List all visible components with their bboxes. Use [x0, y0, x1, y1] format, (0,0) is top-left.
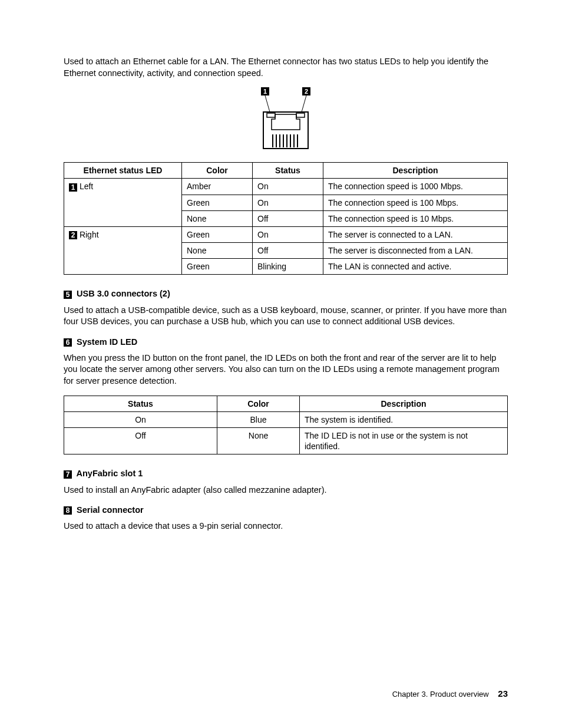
- document-page: Used to attach an Ethernet cable for a L…: [0, 0, 562, 728]
- color-cell: None: [182, 210, 253, 226]
- status-cell: On: [253, 179, 323, 195]
- led-position-label: Right: [80, 230, 99, 239]
- section-title: USB 3.0 connectors (2): [77, 289, 170, 298]
- section-body: When you press the ID button on the fron…: [64, 353, 508, 387]
- status-cell: Off: [253, 210, 323, 226]
- th-color: Color: [217, 396, 300, 411]
- th-desc: Description: [323, 163, 508, 179]
- section-heading-anyfabric: 7 AnyFabric slot 1: [64, 469, 508, 478]
- color-cell: Amber: [182, 179, 253, 195]
- section-title: Serial connector: [77, 505, 144, 515]
- ethernet-connector-diagram: 1 2: [64, 87, 508, 154]
- svg-text:1: 1: [263, 88, 267, 95]
- led-position-cell: 2 Right: [64, 226, 182, 275]
- callout-icon: 6: [64, 338, 72, 347]
- status-cell: On: [64, 411, 217, 427]
- callout-icon: 7: [64, 470, 72, 479]
- status-cell: Blinking: [253, 259, 323, 275]
- th-desc: Description: [300, 396, 508, 411]
- page-footer: Chapter 3. Product overview 23: [392, 689, 508, 699]
- svg-rect-8: [296, 113, 305, 117]
- led-position-label: Left: [80, 182, 93, 191]
- section-body: Used to attach a device that uses a 9-pi…: [64, 521, 508, 532]
- callout-icon: 5: [64, 291, 72, 299]
- svg-rect-7: [267, 113, 275, 117]
- callout-icon: 8: [64, 506, 72, 515]
- section-body: Used to install an AnyFabric adapter (al…: [64, 485, 508, 496]
- color-cell: Green: [182, 259, 253, 275]
- table-row: 2 Right Green On The server is connected…: [64, 226, 508, 242]
- desc-cell: The connection speed is 1000 Mbps.: [323, 179, 508, 195]
- table-row: Off None The ID LED is not in use or the…: [64, 427, 508, 454]
- color-cell: Blue: [217, 411, 300, 427]
- footer-chapter: Chapter 3. Product overview: [392, 690, 489, 699]
- system-id-led-table: Status Color Description On Blue The sys…: [64, 396, 508, 455]
- svg-line-4: [265, 95, 270, 112]
- section-heading-system-id: 6 System ID LED: [64, 337, 508, 347]
- desc-cell: The LAN is connected and active.: [323, 259, 508, 275]
- th-color: Color: [182, 163, 253, 179]
- callout-icon: 1: [69, 183, 77, 192]
- color-cell: None: [182, 243, 253, 259]
- status-cell: Off: [64, 427, 217, 454]
- th-led: Ethernet status LED: [64, 163, 182, 179]
- desc-cell: The system is identified.: [300, 411, 508, 427]
- desc-cell: The connection speed is 100 Mbps.: [323, 195, 508, 210]
- intro-paragraph: Used to attach an Ethernet cable for a L…: [64, 56, 508, 79]
- status-cell: On: [253, 226, 323, 242]
- desc-cell: The server is disconnected from a LAN.: [323, 243, 508, 259]
- th-status: Status: [253, 163, 323, 179]
- ethernet-led-table: Ethernet status LED Color Status Descrip…: [64, 162, 508, 275]
- desc-cell: The ID LED is not in use or the system i…: [300, 427, 508, 454]
- status-cell: On: [253, 195, 323, 210]
- th-status: Status: [64, 396, 217, 411]
- table-row: On Blue The system is identified.: [64, 411, 508, 427]
- desc-cell: The connection speed is 10 Mbps.: [323, 210, 508, 226]
- section-title: AnyFabric slot 1: [77, 469, 143, 478]
- section-heading-usb: 5 USB 3.0 connectors (2): [64, 289, 508, 298]
- svg-text:2: 2: [305, 88, 308, 95]
- led-position-cell: 1 Left: [64, 179, 182, 227]
- color-cell: Green: [182, 195, 253, 210]
- callout-icon: 2: [69, 231, 77, 239]
- table-header-row: Ethernet status LED Color Status Descrip…: [64, 163, 508, 179]
- color-cell: Green: [182, 226, 253, 242]
- status-cell: Off: [253, 243, 323, 259]
- svg-line-5: [302, 95, 306, 112]
- table-header-row: Status Color Description: [64, 396, 508, 411]
- section-title: System ID LED: [77, 337, 137, 347]
- footer-page-number: 23: [498, 689, 508, 699]
- desc-cell: The server is connected to a LAN.: [323, 226, 508, 242]
- section-body: Used to attach a USB-compatible device, …: [64, 305, 508, 328]
- table-row: 1 Left Amber On The connection speed is …: [64, 179, 508, 195]
- color-cell: None: [217, 427, 300, 454]
- section-heading-serial: 8 Serial connector: [64, 505, 508, 515]
